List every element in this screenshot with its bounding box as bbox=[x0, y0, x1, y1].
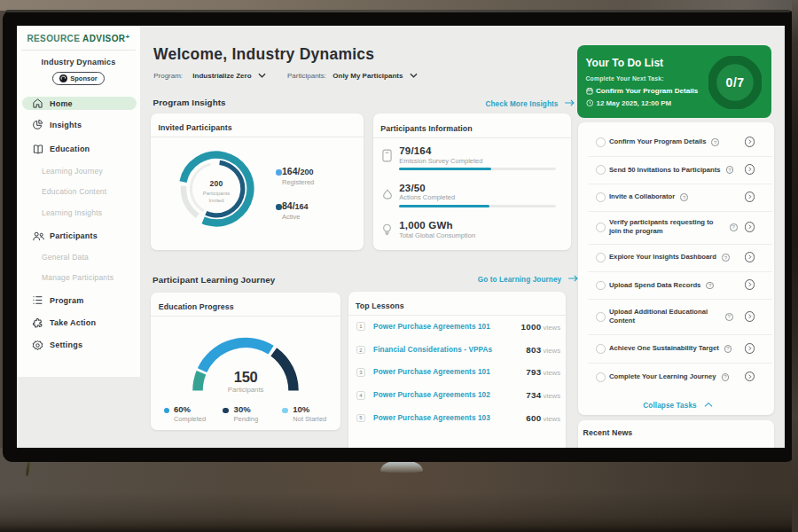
svg-text:200: 200 bbox=[210, 179, 223, 188]
svg-text:Participants: Participants bbox=[203, 191, 230, 196]
svg-text:Invited: Invited bbox=[209, 198, 224, 203]
